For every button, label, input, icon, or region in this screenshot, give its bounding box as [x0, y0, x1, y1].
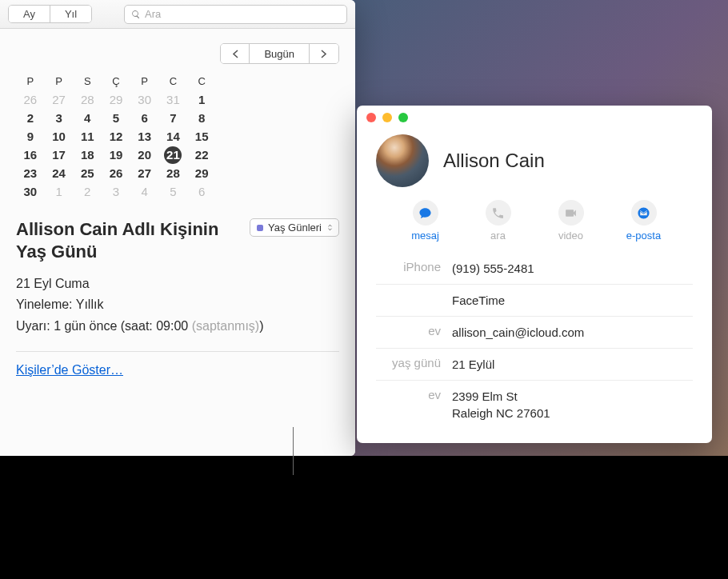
- calendar-day[interactable]: 28: [73, 90, 102, 109]
- field-label: ev: [376, 388, 452, 421]
- calendar-day[interactable]: 17: [45, 146, 74, 164]
- calendar-day[interactable]: 25: [73, 164, 102, 182]
- calendar-day[interactable]: 30: [130, 90, 159, 109]
- calendar-day[interactable]: 9: [16, 127, 45, 146]
- contact-field-row[interactable]: evallison_cain@icloud.com: [376, 316, 693, 348]
- contact-field-row[interactable]: iPhone(919) 555-2481: [376, 253, 693, 284]
- event-title: Allison Cain Adlı Kişinin Yaş Günü: [16, 218, 250, 262]
- message-label: mesaj: [389, 230, 462, 242]
- search-icon: [131, 10, 141, 19]
- today-button[interactable]: Bugün: [250, 44, 310, 63]
- email-action[interactable]: e-posta: [607, 200, 680, 242]
- show-in-contacts-link[interactable]: Kişiler’de Göster…: [16, 363, 123, 377]
- contact-actions: mesaj ara video e-posta: [357, 195, 712, 253]
- calendar-day[interactable]: 27: [45, 90, 74, 109]
- event-date: 21 Eyl Cuma: [16, 274, 339, 294]
- field-value: FaceTime: [452, 292, 505, 309]
- zoom-button[interactable]: [398, 113, 408, 122]
- month-navigator: Bugün: [220, 43, 339, 64]
- calendar-day[interactable]: 24: [45, 164, 74, 182]
- calendar-day[interactable]: 7: [159, 109, 188, 127]
- dow-label: C: [187, 75, 216, 87]
- dow-label: P: [45, 75, 74, 87]
- calendar-color-swatch: [257, 225, 263, 231]
- calendar-day[interactable]: 15: [187, 127, 216, 146]
- mini-calendar[interactable]: PPSÇPCC 26272829303112345678910111213141…: [16, 75, 216, 201]
- field-value: 2399 Elm St Raleigh NC 27601: [452, 388, 550, 421]
- chevron-updown-icon: [326, 224, 334, 231]
- calendar-day[interactable]: 30: [16, 182, 45, 201]
- email-label: e-posta: [607, 230, 680, 242]
- calendar-day[interactable]: 26: [16, 90, 45, 109]
- calendar-day[interactable]: 6: [187, 182, 216, 201]
- calendar-day[interactable]: 16: [16, 146, 45, 164]
- calendar-day[interactable]: 6: [130, 109, 159, 127]
- calendar-day[interactable]: 3: [102, 182, 130, 201]
- calendar-day[interactable]: 22: [187, 146, 216, 164]
- calendar-day[interactable]: 18: [73, 146, 102, 164]
- calendar-window: Ay Yıl Bugün P: [0, 0, 355, 456]
- dow-label: Ç: [102, 75, 130, 87]
- contact-fields: iPhone(919) 555-2481FaceTimeevallison_ca…: [357, 253, 712, 443]
- calendar-day[interactable]: 13: [130, 127, 159, 146]
- calendar-day[interactable]: 20: [130, 146, 159, 164]
- calendar-day[interactable]: 8: [187, 109, 216, 127]
- toolbar: Ay Yıl: [0, 0, 355, 29]
- contact-field-row[interactable]: FaceTime: [376, 284, 693, 316]
- search-field[interactable]: [124, 5, 347, 24]
- calendar-day[interactable]: 2: [16, 109, 45, 127]
- call-label: ara: [462, 230, 534, 242]
- calendar-select[interactable]: Yaş Günleri: [250, 218, 339, 237]
- calendar-day[interactable]: 10: [45, 127, 74, 146]
- contact-card-window: Allison Cain mesaj ara video e-posta iPh…: [357, 106, 712, 443]
- close-button[interactable]: [366, 113, 376, 122]
- calendar-day[interactable]: 29: [102, 90, 130, 109]
- calendar-select-label: Yaş Günleri: [268, 222, 322, 234]
- contact-name: Allison Cain: [443, 150, 545, 172]
- calendar-day[interactable]: 23: [16, 164, 45, 182]
- contact-field-row[interactable]: ev2399 Elm St Raleigh NC 27601: [376, 380, 693, 429]
- avatar[interactable]: [376, 134, 429, 187]
- search-input[interactable]: [145, 8, 340, 20]
- calendar-day[interactable]: 28: [159, 164, 188, 182]
- calendar-day[interactable]: 5: [159, 182, 188, 201]
- video-label: video: [534, 230, 607, 242]
- video-action[interactable]: video: [534, 200, 607, 242]
- calendar-day[interactable]: 27: [130, 164, 159, 182]
- divider: [16, 351, 339, 352]
- calendar-day[interactable]: 12: [102, 127, 130, 146]
- view-switcher: Ay Yıl: [8, 5, 92, 23]
- field-label: yaş günü: [376, 356, 452, 373]
- dow-label: P: [130, 75, 159, 87]
- next-button[interactable]: [310, 44, 338, 63]
- calendar-day[interactable]: 2: [73, 182, 102, 201]
- field-label: iPhone: [376, 260, 452, 277]
- view-year-button[interactable]: Yıl: [50, 6, 91, 22]
- calendar-day[interactable]: 26: [102, 164, 130, 182]
- calendar-day[interactable]: 5: [102, 109, 130, 127]
- calendar-day[interactable]: 11: [73, 127, 102, 146]
- calendar-day[interactable]: 1: [187, 90, 216, 109]
- calendar-day[interactable]: 4: [130, 182, 159, 201]
- calendar-day[interactable]: 21: [159, 146, 188, 164]
- minimize-button[interactable]: [382, 113, 392, 122]
- field-label: [376, 292, 452, 309]
- calendar-day[interactable]: 14: [159, 127, 188, 146]
- calendar-day[interactable]: 3: [45, 109, 74, 127]
- field-value: allison_cain@icloud.com: [452, 324, 584, 341]
- contact-field-row[interactable]: yaş günü21 Eylül: [376, 348, 693, 380]
- phone-icon: [491, 206, 505, 220]
- prev-button[interactable]: [221, 44, 250, 63]
- window-controls: [357, 106, 712, 130]
- calendar-day[interactable]: 4: [73, 109, 102, 127]
- call-action[interactable]: ara: [462, 200, 534, 242]
- calendar-day[interactable]: 29: [187, 164, 216, 182]
- contact-header: Allison Cain: [357, 130, 712, 195]
- message-action[interactable]: mesaj: [389, 200, 462, 242]
- chevron-left-icon: [232, 50, 238, 58]
- view-month-button[interactable]: Ay: [9, 6, 50, 22]
- calendar-day[interactable]: 31: [159, 90, 188, 109]
- callout-line: [293, 427, 294, 475]
- calendar-day[interactable]: 19: [102, 146, 130, 164]
- calendar-day[interactable]: 1: [45, 182, 74, 201]
